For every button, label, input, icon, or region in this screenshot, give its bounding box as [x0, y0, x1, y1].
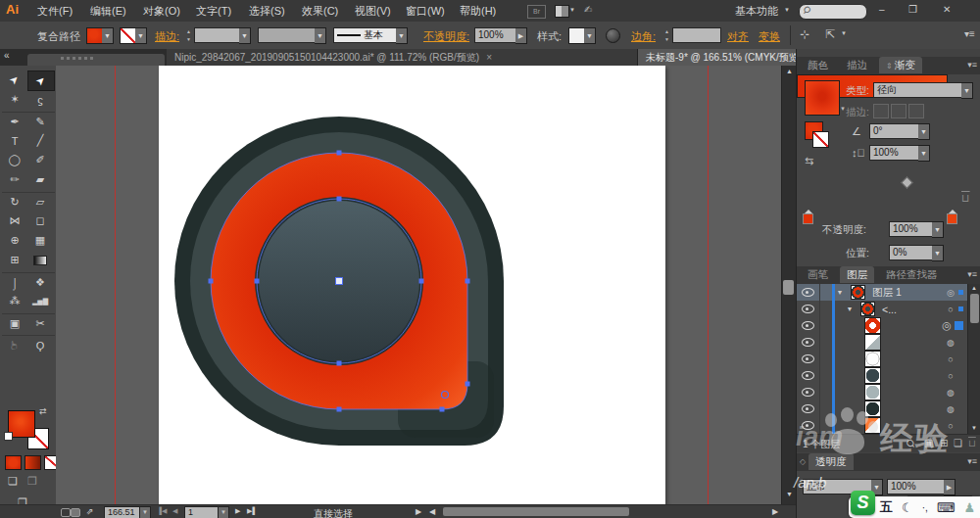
- visibility-toggle[interactable]: [802, 321, 814, 330]
- tool-line-segment[interactable]: ╱: [27, 131, 53, 150]
- new-layer-icon[interactable]: ❏: [954, 438, 962, 448]
- workspace-switcher[interactable]: 基本功能: [735, 4, 778, 19]
- minimize-button[interactable]: –: [879, 4, 885, 15]
- delete-stop-icon[interactable]: ⊔: [961, 192, 970, 205]
- corner-link[interactable]: 边角:: [631, 29, 656, 44]
- app-logo[interactable]: Ai: [6, 2, 19, 17]
- tab-transparency[interactable]: 透明度: [808, 453, 854, 470]
- tool-artboard[interactable]: ▣: [2, 314, 27, 333]
- tool-magic-wand[interactable]: ✶: [2, 90, 27, 109]
- target-icon[interactable]: ◍: [943, 338, 958, 348]
- gradient-type-dropdown[interactable]: 径向: [873, 82, 963, 98]
- make-mask-icon[interactable]: ▣: [924, 438, 933, 448]
- ime-toolbar[interactable]: S 五 ☾ ·, ⌨ ♟ ⚒: [849, 496, 980, 518]
- layers-scrollbar[interactable]: ▲ ▼: [967, 284, 980, 434]
- scroll-up-icon[interactable]: ▲: [786, 68, 793, 74]
- target-icon[interactable]: ◎: [939, 319, 955, 332]
- group-thumbnail-logo[interactable]: [860, 302, 875, 316]
- transparency-opacity-field[interactable]: 100%: [887, 479, 946, 494]
- menu-file[interactable]: 文件(F): [37, 4, 73, 19]
- reverse-gradient-icon[interactable]: ⇆: [805, 155, 813, 167]
- width-profile-arrow-icon[interactable]: ▼: [315, 27, 326, 44]
- gradient-midpoint-marker[interactable]: [901, 176, 913, 189]
- path-thumbnail-teal-circle[interactable]: [864, 367, 881, 384]
- stroke-weight-field[interactable]: [194, 27, 241, 43]
- tool-selection[interactable]: ➤: [2, 71, 27, 89]
- artboard-number-field[interactable]: 1: [184, 506, 221, 518]
- stylus-icon[interactable]: ✍: [584, 4, 592, 15]
- tool-symbol-sprayer[interactable]: ⁂: [2, 292, 27, 310]
- swap-fill-stroke-icon[interactable]: ⇄: [39, 406, 47, 416]
- selection-indicator[interactable]: [958, 290, 963, 295]
- tab-close-icon[interactable]: ×: [486, 52, 492, 63]
- stop-position-arrow-icon[interactable]: ▼: [932, 245, 944, 261]
- tab-gradient[interactable]: ⇕ 渐变: [879, 57, 922, 73]
- tool-lasso[interactable]: ϛ: [27, 90, 53, 109]
- path-thumbnail-diagonal[interactable]: [864, 334, 881, 351]
- gradient-fill-thumbnail[interactable]: [805, 80, 840, 116]
- recolor-artwork-icon[interactable]: [606, 28, 620, 43]
- tool-ellipse[interactable]: ◯: [2, 151, 27, 169]
- menu-type[interactable]: 文字(T): [196, 4, 231, 19]
- scroll-down-icon[interactable]: ▼: [786, 491, 793, 497]
- menu-view[interactable]: 视图(V): [355, 4, 391, 19]
- tool-width[interactable]: ⋈: [2, 212, 27, 230]
- gradient-type-arrow-icon[interactable]: ▼: [961, 82, 973, 99]
- width-profile-dropdown[interactable]: [258, 27, 317, 43]
- bridge-icon[interactable]: Br: [527, 5, 546, 19]
- visibility-toggle[interactable]: [802, 371, 814, 380]
- new-sublayer-icon[interactable]: ⊞: [940, 438, 948, 448]
- ime-wubi-mode[interactable]: 五: [880, 498, 893, 516]
- visibility-toggle[interactable]: [802, 354, 814, 363]
- tool-free-transform[interactable]: ◻: [27, 212, 53, 230]
- visibility-toggle[interactable]: [802, 404, 814, 413]
- tab-brushes[interactable]: 画笔: [801, 266, 835, 283]
- first-artboard-icon[interactable]: ▐◀: [157, 507, 167, 515]
- gradient-stroke-proxy[interactable]: [812, 131, 829, 148]
- arrange-documents-arrow-icon[interactable]: ▼: [569, 7, 575, 13]
- path-thumbnail-dark-circle[interactable]: [864, 400, 881, 417]
- menu-object[interactable]: 对象(O): [143, 4, 180, 19]
- stroke-color-arrow-icon[interactable]: ▼: [135, 27, 147, 44]
- path-thumbnail-orange[interactable]: [864, 417, 881, 434]
- gradient-ratio-arrow-icon[interactable]: ▼: [918, 145, 930, 162]
- arrange-documents-icon[interactable]: [555, 5, 569, 18]
- menu-edit[interactable]: 编辑(E): [90, 4, 126, 19]
- stroke-gradient-along-icon[interactable]: [891, 104, 906, 118]
- tool-hand[interactable]: ☞: [2, 336, 27, 354]
- guide-line-left[interactable]: [115, 66, 116, 504]
- visibility-toggle[interactable]: [802, 305, 814, 313]
- layers-scroll-thumb[interactable]: [970, 294, 979, 323]
- menu-window[interactable]: 窗口(W): [406, 4, 445, 19]
- draw-normal-icon[interactable]: ❏: [8, 475, 18, 488]
- workspace-toggle-icon[interactable]: [61, 508, 71, 517]
- tool-rotate[interactable]: ↻: [2, 193, 27, 212]
- tool-eyedropper[interactable]: ⌡: [2, 273, 27, 292]
- tool-pencil[interactable]: ✏: [2, 170, 27, 189]
- workspace-toggle-icon[interactable]: [71, 508, 80, 517]
- select-similar-arrow-icon[interactable]: ▼: [841, 30, 847, 36]
- sogou-logo-icon[interactable]: S: [851, 491, 875, 515]
- corner-field[interactable]: [672, 27, 721, 43]
- tool-eraser[interactable]: ▰: [27, 170, 53, 189]
- share-icon[interactable]: ⇗: [86, 506, 94, 516]
- delete-layer-icon[interactable]: ⊔: [968, 438, 976, 448]
- fill-color-arrow-icon[interactable]: ▼: [102, 27, 114, 44]
- isolate-object-icon[interactable]: ⊹: [800, 27, 809, 41]
- collapse-tab-icon[interactable]: ◇: [800, 457, 806, 466]
- zoom-level-arrow-icon[interactable]: ▼: [139, 506, 151, 518]
- tab-layers[interactable]: 图层: [840, 266, 874, 283]
- stop-position-field[interactable]: 0%: [889, 245, 934, 260]
- tab-color[interactable]: 颜色: [801, 57, 835, 73]
- tab-stroke[interactable]: 描边: [840, 57, 874, 73]
- hscroll-left-icon[interactable]: ◀: [429, 507, 435, 516]
- opacity-link[interactable]: 不透明度:: [423, 29, 469, 44]
- close-button[interactable]: ✕: [943, 4, 951, 15]
- gradient-ratio-field[interactable]: 100%: [869, 145, 920, 161]
- gradient-stop-left[interactable]: [803, 213, 813, 224]
- stroke-gradient-across-icon[interactable]: [908, 104, 924, 118]
- transparency-panel-menu-icon[interactable]: ▾≡: [967, 456, 977, 466]
- artboard-arrow-icon[interactable]: ▼: [218, 506, 229, 518]
- stroke-weight-stepper[interactable]: ▲▼: [184, 27, 193, 43]
- stroke-weight-arrow-icon[interactable]: ▼: [239, 27, 251, 44]
